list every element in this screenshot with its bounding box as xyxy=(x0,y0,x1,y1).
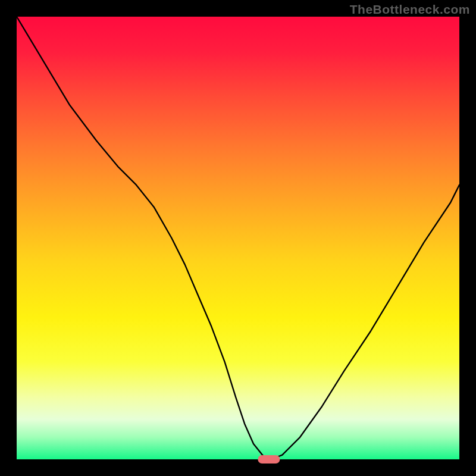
optimum-marker xyxy=(258,455,280,464)
chart-frame: TheBottleneck.com xyxy=(0,0,476,476)
watermark-text: TheBottleneck.com xyxy=(350,2,470,17)
bottleneck-curve xyxy=(17,17,459,459)
curve-svg xyxy=(17,17,459,459)
plot-area xyxy=(17,17,459,459)
